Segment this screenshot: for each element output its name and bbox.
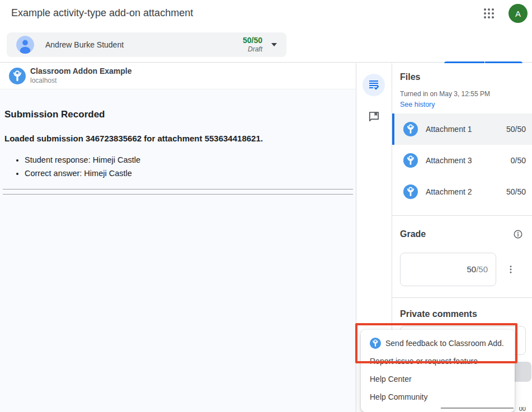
menu-item-label: Help Center: [370, 375, 412, 383]
private-comments-heading: Private comments: [400, 309, 477, 319]
divider: [392, 297, 532, 298]
student-avatar-icon: [16, 36, 34, 54]
grade-max: /50: [476, 264, 488, 274]
addon-attachment-icon: [403, 153, 418, 168]
student-name: Andrew Burke Student: [45, 40, 124, 49]
screen: Example activity-type add-on attachment …: [0, 0, 532, 412]
grading-icon: [367, 78, 380, 92]
addon-logo-icon: [370, 338, 381, 349]
app-bar: Example activity-type add-on attachment …: [0, 0, 532, 27]
menu-item-label: Send feedback to Classroom Add.: [385, 339, 504, 348]
attachment-score: 50/50: [506, 187, 526, 196]
attachment-row[interactable]: Attachment 1 50/50: [392, 113, 532, 145]
files-heading: Files: [400, 72, 420, 82]
comment-bank-icon: [368, 110, 380, 123]
kebab-icon: [506, 264, 516, 274]
grade-heading: Grade: [400, 229, 426, 239]
divider: [441, 408, 514, 409]
clipped-text: 00: [519, 407, 526, 412]
attachment-score: 50/50: [506, 125, 526, 134]
attachment-row[interactable]: Attachment 3 0/50: [392, 145, 532, 176]
grade-menu-button[interactable]: [506, 264, 516, 276]
turned-in-status: Turned in on May 3, 12:55 PM: [400, 90, 490, 98]
comment-bank-tab-button[interactable]: [368, 110, 380, 125]
info-icon[interactable]: [513, 229, 523, 239]
addon-header: Classroom Addon Example localhost: [0, 63, 356, 89]
submission-heading: Submission Recorded: [4, 109, 351, 120]
divider: [392, 215, 532, 216]
addon-title-block: Classroom Addon Example localhost: [30, 67, 132, 84]
grade-value: 50: [467, 264, 476, 274]
attachment-label: Attachment 2: [426, 187, 472, 196]
list-item: Correct answer: Himeji Castle: [25, 167, 351, 180]
list-item: Student response: Himeji Castle: [25, 153, 351, 167]
page-title: Example activity-type add-on attachment: [11, 7, 193, 19]
attachment-row[interactable]: Attachment 2 50/50: [392, 176, 532, 207]
addon-attachment-icon: [403, 122, 418, 136]
addon-main-panel: Classroom Addon Example localhost Submis…: [0, 63, 356, 412]
menu-item-label: Help Community: [370, 392, 427, 401]
addon-logo-icon: [9, 68, 26, 84]
score-state: Draft: [243, 45, 262, 54]
help-menu: Send feedback to Classroom Add. Report i…: [361, 330, 515, 412]
menu-item-help-community[interactable]: Help Community: [361, 388, 515, 406]
grading-toolbar: Andrew Burke Student 50/50 Draft Not ret…: [0, 27, 532, 63]
submission-summary: Loaded submission 346723835662 for attac…: [4, 134, 351, 143]
addon-iframe-content: Submission Recorded Loaded submission 34…: [0, 90, 356, 412]
score-value: 50/50: [243, 36, 262, 46]
student-score: 50/50 Draft: [243, 36, 262, 54]
student-selector[interactable]: Andrew Burke Student 50/50 Draft: [7, 32, 286, 57]
grade-section-header: Grade: [400, 229, 523, 239]
attachment-label: Attachment 1: [426, 125, 472, 134]
grade-input[interactable]: 50/50: [400, 253, 496, 286]
addon-attachment-icon: [403, 184, 418, 199]
see-history-link[interactable]: See history: [400, 101, 435, 108]
divider: [3, 194, 353, 195]
addon-host: localhost: [30, 77, 132, 84]
divider: [3, 189, 353, 190]
attachment-score: 0/50: [511, 156, 526, 165]
menu-item-send-feedback[interactable]: Send feedback to Classroom Add.: [361, 334, 515, 352]
apps-grid-icon[interactable]: [484, 8, 495, 20]
attachment-label: Attachment 3: [426, 156, 472, 165]
menu-item-label: Report issue or request feature: [370, 357, 478, 366]
grading-tab-button[interactable]: [362, 74, 385, 96]
attachment-list: Attachment 1 50/50 Attachment 3 0/50 Att…: [392, 113, 532, 207]
menu-item-help-center[interactable]: Help Center: [361, 370, 515, 388]
clipped-text-artifact: 00: [441, 407, 526, 412]
chevron-down-icon: [271, 43, 277, 46]
addon-name: Classroom Addon Example: [30, 67, 132, 75]
menu-item-report-issue[interactable]: Report issue or request feature: [361, 352, 515, 370]
account-avatar[interactable]: A: [509, 4, 528, 23]
submission-details-list: Student response: Himeji Castle Correct …: [4, 153, 351, 180]
